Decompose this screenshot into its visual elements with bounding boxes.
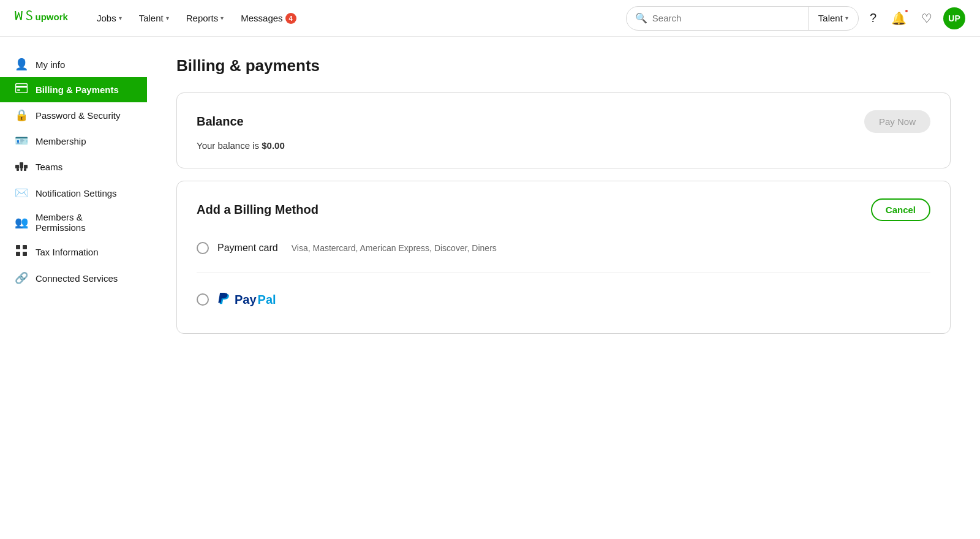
page-content: 👤 My info Billing & Payments 🔒 Password …	[0, 37, 980, 539]
notification-dot	[904, 9, 909, 13]
balance-card-header: Balance Pay Now	[197, 110, 930, 133]
sidebar-item-notifications[interactable]: ✉️ Notification Settings	[0, 180, 147, 206]
wishlist-button[interactable]: ♡	[918, 7, 936, 29]
billing-options: Payment card Visa, Mastercard, American …	[197, 233, 930, 316]
teams-icon	[15, 160, 28, 174]
sidebar-item-billing[interactable]: Billing & Payments	[0, 77, 147, 102]
paypal-option[interactable]: PayPal	[197, 283, 930, 316]
badge-icon: 🪪	[15, 134, 28, 148]
sidebar-item-membership[interactable]: 🪪 Membership	[0, 128, 147, 154]
navbar: upwork Jobs ▾ Talent ▾ Reports ▾ Message…	[0, 0, 980, 37]
search-input-area: 🔍	[627, 12, 808, 24]
reports-chevron-icon: ▾	[221, 15, 224, 21]
balance-text: Your balance is $0.00	[197, 140, 930, 151]
search-icon: 🔍	[635, 12, 647, 24]
help-button[interactable]: ?	[866, 7, 880, 29]
main-content: Billing & payments Balance Pay Now Your …	[147, 37, 980, 539]
svg-rect-10	[16, 245, 20, 249]
sidebar-item-tax[interactable]: Tax Information	[0, 239, 147, 265]
paypal-radio[interactable]	[197, 293, 209, 306]
svg-rect-2	[15, 86, 28, 88]
billing-method-header: Add a Billing Method Cancel	[197, 198, 930, 221]
sidebar-item-members[interactable]: 👥 Members & Permissions	[0, 206, 147, 239]
jobs-chevron-icon: ▾	[119, 15, 122, 21]
filter-chevron-icon: ▾	[845, 15, 848, 21]
option-divider	[197, 273, 930, 273]
sidebar-item-teams[interactable]: Teams	[0, 154, 147, 180]
cancel-button[interactable]: Cancel	[871, 198, 930, 221]
lock-icon: 🔒	[15, 108, 28, 122]
svg-rect-13	[23, 252, 27, 256]
search-bar: 🔍 Talent ▾	[626, 6, 859, 31]
logo[interactable]: upwork	[15, 10, 70, 27]
navbar-right: 🔍 Talent ▾ ? 🔔 ♡ UP	[626, 6, 965, 31]
paypal-logo: PayPal	[217, 292, 276, 307]
link-icon: 🔗	[15, 271, 28, 285]
svg-rect-8	[21, 168, 23, 171]
user-avatar[interactable]: UP	[943, 7, 965, 29]
nav-links: Jobs ▾ Talent ▾ Reports ▾ Messages 4	[89, 8, 626, 29]
envelope-icon: ✉️	[15, 186, 28, 200]
billing-method-card: Add a Billing Method Cancel Payment card…	[176, 181, 951, 334]
svg-rect-4	[15, 165, 19, 168]
sidebar: 👤 My info Billing & Payments 🔒 Password …	[0, 37, 147, 539]
balance-title: Balance	[197, 115, 244, 129]
svg-text:upwork: upwork	[36, 11, 69, 21]
nav-talent[interactable]: Talent ▾	[132, 8, 176, 28]
sidebar-item-password[interactable]: 🔒 Password & Security	[0, 102, 147, 128]
notifications-wrapper: 🔔	[888, 7, 910, 29]
messages-badge: 4	[285, 13, 296, 24]
search-filter-dropdown[interactable]: Talent ▾	[809, 13, 858, 23]
svg-rect-6	[24, 165, 28, 168]
payment-card-sub: Visa, Mastercard, American Express, Disc…	[292, 243, 497, 253]
svg-rect-11	[23, 245, 27, 249]
payment-card-radio[interactable]	[197, 242, 209, 254]
talent-chevron-icon: ▾	[166, 15, 169, 21]
people-icon: 👥	[15, 216, 28, 229]
svg-rect-5	[20, 162, 23, 168]
billing-method-title: Add a Billing Method	[197, 203, 318, 217]
nav-reports[interactable]: Reports ▾	[179, 8, 232, 28]
svg-rect-1	[16, 84, 28, 93]
sidebar-item-my-info[interactable]: 👤 My info	[0, 51, 147, 77]
card-icon	[15, 83, 28, 96]
person-icon: 👤	[15, 58, 28, 71]
balance-card: Balance Pay Now Your balance is $0.00	[176, 92, 951, 168]
pay-now-button[interactable]: Pay Now	[864, 110, 930, 133]
payment-card-label: Payment card	[217, 243, 278, 254]
nav-jobs[interactable]: Jobs ▾	[89, 8, 129, 28]
grid-icon	[15, 245, 28, 259]
sidebar-item-connected[interactable]: 🔗 Connected Services	[0, 265, 147, 291]
svg-rect-9	[24, 168, 26, 171]
svg-rect-3	[17, 89, 20, 91]
payment-card-option[interactable]: Payment card Visa, Mastercard, American …	[197, 233, 930, 263]
nav-messages[interactable]: Messages 4	[233, 8, 303, 29]
page-title: Billing & payments	[176, 56, 951, 75]
balance-amount: $0.00	[262, 140, 285, 151]
search-input[interactable]	[652, 13, 799, 23]
svg-rect-7	[17, 168, 19, 171]
svg-rect-12	[16, 252, 20, 256]
